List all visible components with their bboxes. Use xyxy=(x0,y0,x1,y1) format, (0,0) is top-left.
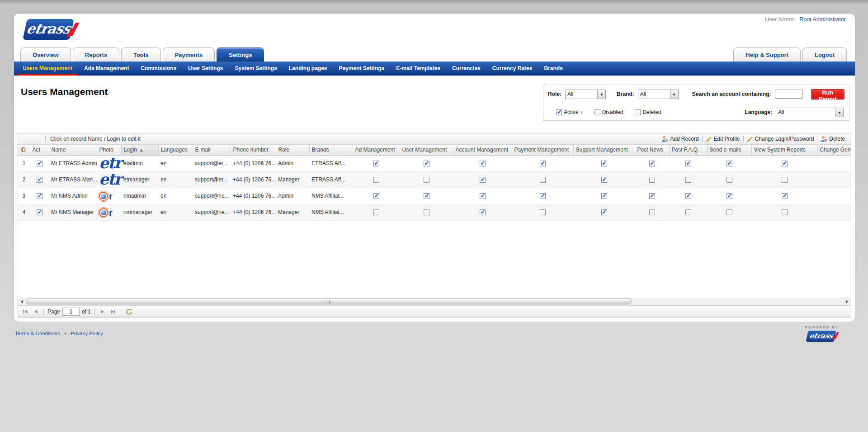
col-support-management[interactable]: Support Management xyxy=(573,145,635,155)
user-name-link[interactable]: Mr NMS Manager xyxy=(49,204,97,220)
col-ad-management[interactable]: Ad Management xyxy=(353,145,400,155)
active-checkbox[interactable] xyxy=(37,193,42,199)
permission-checkbox[interactable] xyxy=(373,161,379,166)
permission-checkbox[interactable] xyxy=(649,161,655,166)
permission-checkbox[interactable] xyxy=(601,161,607,166)
col-send-emails[interactable]: Send e-mails xyxy=(707,145,751,155)
permission-checkbox[interactable] xyxy=(480,193,486,199)
refresh-button[interactable] xyxy=(125,308,133,316)
prev-page-button[interactable] xyxy=(32,308,40,316)
subnav-user-settings[interactable]: User Settings xyxy=(183,62,228,76)
subnav-currencies[interactable]: Currencies xyxy=(447,62,486,76)
tab-logout[interactable]: Logout xyxy=(802,47,847,62)
permission-checkbox[interactable] xyxy=(726,177,732,183)
permission-checkbox[interactable] xyxy=(540,177,546,183)
permission-checkbox[interactable] xyxy=(480,209,486,215)
col-login[interactable]: Login xyxy=(121,145,158,155)
permission-checkbox[interactable] xyxy=(424,193,429,199)
edit-profile-button[interactable]: Edit Profile xyxy=(703,134,743,144)
dropdown-arrow-icon[interactable] xyxy=(835,108,843,117)
permission-checkbox[interactable] xyxy=(649,193,655,199)
col-act[interactable]: Act xyxy=(30,145,49,155)
last-page-button[interactable] xyxy=(109,308,117,316)
dropdown-arrow-icon[interactable] xyxy=(670,90,678,99)
permission-checkbox[interactable] xyxy=(373,193,379,199)
col-brands[interactable]: Brands xyxy=(309,145,353,155)
col-view-system-reports[interactable]: View System Reports xyxy=(751,145,817,155)
delete-button[interactable]: Delete xyxy=(817,134,848,144)
language-select[interactable]: All xyxy=(776,108,844,117)
add-record-button[interactable]: Add Record xyxy=(658,134,702,144)
permission-checkbox[interactable] xyxy=(601,209,607,215)
permission-checkbox[interactable] xyxy=(424,177,429,183)
col-post-faq[interactable]: Post F.A.Q. xyxy=(669,145,707,155)
permission-checkbox[interactable] xyxy=(685,177,691,183)
col-payment-management[interactable]: Payment Management xyxy=(512,145,573,155)
col-role[interactable]: Role xyxy=(276,145,309,155)
subnav-brands[interactable]: Brands xyxy=(539,62,567,76)
permission-checkbox[interactable] xyxy=(480,177,486,183)
active-checkbox[interactable] xyxy=(37,209,42,215)
tab-tools[interactable]: Tools xyxy=(121,47,161,62)
permission-checkbox[interactable] xyxy=(540,209,546,215)
permission-checkbox[interactable] xyxy=(685,193,691,199)
brand-select[interactable]: All xyxy=(638,90,679,99)
terms-conditions-link[interactable]: Terms & Conditions xyxy=(15,331,60,336)
tab-reports[interactable]: Reports xyxy=(73,47,119,62)
user-login-link[interactable]: nmadmin xyxy=(121,188,158,204)
permission-checkbox[interactable] xyxy=(601,177,607,183)
horizontal-scrollbar[interactable] xyxy=(18,298,851,305)
permission-checkbox[interactable] xyxy=(480,161,486,166)
scroll-left-arrow-icon[interactable] xyxy=(18,298,25,305)
permission-checkbox[interactable] xyxy=(601,193,607,199)
permission-checkbox[interactable] xyxy=(726,209,732,215)
disabled-filter-checkbox[interactable] xyxy=(594,109,600,115)
subnav-ads-management[interactable]: Ads Management xyxy=(79,62,134,76)
user-login-link[interactable]: etmanager xyxy=(121,171,158,188)
user-name-link[interactable]: Mr ETRASS Man... xyxy=(49,171,97,188)
user-name-value[interactable]: Root Administrator xyxy=(799,16,846,23)
subnav-currency-rates[interactable]: Currency Rates xyxy=(487,62,538,76)
privacy-policy-link[interactable]: Privacy Policy xyxy=(71,331,103,336)
permission-checkbox[interactable] xyxy=(685,209,691,215)
permission-checkbox[interactable] xyxy=(685,161,691,166)
permission-checkbox[interactable] xyxy=(726,161,732,166)
permission-checkbox[interactable] xyxy=(540,161,546,166)
permission-checkbox[interactable] xyxy=(424,161,429,166)
tab-settings[interactable]: Settings xyxy=(217,47,264,62)
active-checkbox[interactable] xyxy=(37,161,42,166)
change-login-password-button[interactable]: Change Login/Password xyxy=(744,134,817,144)
tab-help-support[interactable]: Help & Support xyxy=(733,47,801,62)
permission-checkbox[interactable] xyxy=(782,161,788,166)
deleted-filter-checkbox[interactable] xyxy=(635,109,641,115)
col-user-management[interactable]: User Management xyxy=(400,145,453,155)
next-page-button[interactable] xyxy=(99,308,107,316)
first-page-button[interactable] xyxy=(21,308,29,316)
search-input[interactable] xyxy=(775,90,803,99)
col-account-management[interactable]: Account Management xyxy=(453,145,512,155)
active-filter-checkbox[interactable] xyxy=(556,109,562,115)
scrollbar-thumb[interactable] xyxy=(26,299,632,304)
user-login-link[interactable]: nmmanager xyxy=(121,204,158,220)
permission-checkbox[interactable] xyxy=(540,193,546,199)
user-login-link[interactable]: etadmin xyxy=(121,155,158,171)
scroll-right-arrow-icon[interactable] xyxy=(844,298,851,305)
dropdown-arrow-icon[interactable] xyxy=(597,90,605,99)
tab-overview[interactable]: Overview xyxy=(20,47,71,62)
subnav-email-templates[interactable]: E-mail Templates xyxy=(391,62,445,76)
permission-checkbox[interactable] xyxy=(373,209,379,215)
permission-checkbox[interactable] xyxy=(726,193,732,199)
permission-checkbox[interactable] xyxy=(782,209,788,215)
col-post-news[interactable]: Post News xyxy=(635,145,669,155)
page-number-input[interactable] xyxy=(62,308,80,316)
user-name-link[interactable]: Mr ETRASS Admin xyxy=(49,155,97,171)
col-phone-number[interactable]: Phone number xyxy=(231,145,276,155)
subnav-commissions[interactable]: Commissions xyxy=(136,62,181,76)
permission-checkbox[interactable] xyxy=(424,209,429,215)
run-report-button[interactable]: Run Report xyxy=(811,89,844,100)
col-id[interactable]: ID xyxy=(18,145,30,155)
subnav-payment-settings[interactable]: Payment Settings xyxy=(334,62,390,76)
tab-payments[interactable]: Payments xyxy=(163,47,215,62)
col-name[interactable]: Name xyxy=(49,145,97,155)
permission-checkbox[interactable] xyxy=(373,177,379,183)
